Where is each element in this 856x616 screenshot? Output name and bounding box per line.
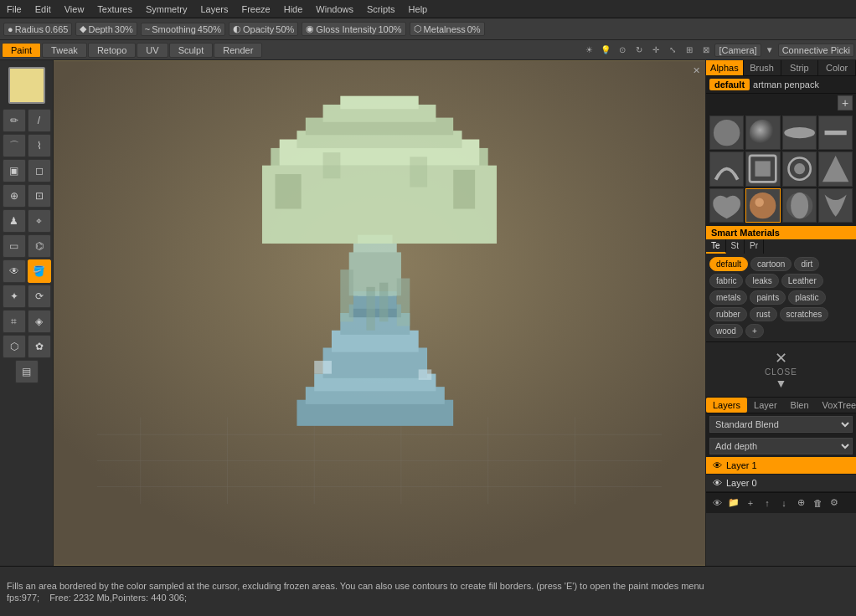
tab-color[interactable]: Color xyxy=(818,60,856,75)
menu-windows[interactable]: Windows xyxy=(309,3,360,16)
erase-tool[interactable]: ◻ xyxy=(28,159,51,182)
menu-file[interactable]: File xyxy=(0,3,28,16)
grid-icon[interactable]: ⊞ xyxy=(682,43,697,58)
gloss-control[interactable]: ◉ Gloss Intensity 100% xyxy=(302,22,405,36)
layers-tab-layers[interactable]: Layers xyxy=(706,398,747,413)
tab-sculpt[interactable]: Sculpt xyxy=(169,43,214,58)
color-pick-tool[interactable]: ⌗ xyxy=(3,310,26,333)
mat-tag-fabric[interactable]: fabric xyxy=(709,274,743,288)
camera-dropdown[interactable]: [Camera] xyxy=(714,44,761,57)
metalness-control[interactable]: ⬡ Metalness 0% xyxy=(410,22,485,36)
butterfly-tool[interactable]: ✿ xyxy=(28,335,51,358)
paint-bucket-tool[interactable]: 🪣 xyxy=(28,259,51,283)
eyedrop-tool[interactable]: ◈ xyxy=(28,310,51,333)
color-swatch[interactable] xyxy=(8,67,45,104)
mat-tag-metals[interactable]: metals xyxy=(709,290,747,305)
menu-help[interactable]: Help xyxy=(402,3,435,16)
layer-item-1[interactable]: 👁 Layer 1 xyxy=(706,457,856,475)
env-icon[interactable]: ⊙ xyxy=(615,43,630,58)
up-icon[interactable]: ↑ xyxy=(760,495,775,511)
layer-1-eye-icon[interactable]: 👁 xyxy=(711,459,723,471)
alpha-cell-4[interactable] xyxy=(818,116,853,150)
close-chevron-icon[interactable]: ▼ xyxy=(776,377,787,390)
blend-mode-select[interactable]: Standard Blend xyxy=(709,416,853,433)
curve-tool[interactable]: ⌬ xyxy=(28,234,51,258)
ruler-tool[interactable]: ▤ xyxy=(15,360,39,383)
warp-tool[interactable]: ⬡ xyxy=(3,335,26,358)
layer-0-eye-icon[interactable]: 👁 xyxy=(711,477,723,489)
depth-select[interactable]: Add depth xyxy=(709,438,853,454)
smoothing-value[interactable]: 450% xyxy=(198,24,221,34)
lasso-tool[interactable]: ⌖ xyxy=(28,209,51,233)
menu-symmetry[interactable]: Symmetry xyxy=(139,3,194,16)
menu-layers[interactable]: Layers xyxy=(193,3,235,16)
alpha-cell-1[interactable] xyxy=(709,116,744,150)
rotate-tool2[interactable]: ⟳ xyxy=(28,285,51,308)
eye-bottom-icon[interactable]: 👁 xyxy=(709,495,725,511)
layers-tab-blen[interactable]: Blen xyxy=(784,398,816,413)
canvas-close-btn[interactable]: ✕ xyxy=(693,65,700,76)
alpha-cell-12[interactable] xyxy=(818,188,853,223)
tab-tweak[interactable]: Tweak xyxy=(42,43,87,58)
down-icon[interactable]: ↓ xyxy=(776,495,792,511)
smoothing-control[interactable]: ~ Smoothing 450% xyxy=(141,23,225,36)
smart-mat-tab-pr[interactable]: Pr xyxy=(745,239,764,254)
settings-layer-icon[interactable]: ⚙ xyxy=(827,495,842,511)
layers-tab-voxtree[interactable]: VoxTree xyxy=(816,398,856,413)
mat-tag-scratches[interactable]: scratches xyxy=(780,307,829,321)
dropdown-arrow-icon[interactable]: ▼ xyxy=(762,43,777,58)
menu-hide[interactable]: Hide xyxy=(277,3,310,16)
mat-tag-cartoon[interactable]: cartoon xyxy=(750,257,792,271)
merge-icon[interactable]: ⊕ xyxy=(793,495,808,511)
fill-tool[interactable]: ▣ xyxy=(3,159,26,182)
person-tool[interactable]: ♟ xyxy=(3,209,26,233)
gloss-value[interactable]: 100% xyxy=(378,24,401,34)
close-x-icon[interactable]: ✕ xyxy=(775,349,787,367)
tab-retopo[interactable]: Retopo xyxy=(88,43,136,58)
smart-mat-tab-te[interactable]: Te xyxy=(706,239,726,254)
tab-strip[interactable]: Strip xyxy=(781,60,819,75)
folder-icon[interactable]: 📁 xyxy=(726,495,741,511)
smart-mat-tab-st[interactable]: St xyxy=(726,239,745,254)
alpha-cell-6[interactable] xyxy=(745,151,780,186)
close-label[interactable]: CLOSE xyxy=(765,367,797,377)
depth-control[interactable]: ◆ Depth 30% xyxy=(75,22,137,36)
eye-tool[interactable]: 👁 xyxy=(3,259,26,283)
alpha-cell-2[interactable] xyxy=(745,116,780,150)
clone-tool[interactable]: ⊕ xyxy=(3,184,26,208)
canvas-area[interactable]: ✕ xyxy=(54,60,705,566)
layers-tab-layer[interactable]: Layer xyxy=(747,398,784,413)
alpha-cell-8[interactable] xyxy=(818,151,853,186)
mat-tag-add[interactable]: + xyxy=(745,324,764,338)
mat-tag-rubber[interactable]: rubber xyxy=(709,307,747,321)
opacity-value[interactable]: 50% xyxy=(276,24,294,34)
transform-tool[interactable]: ✦ xyxy=(3,285,26,308)
default-badge[interactable]: default xyxy=(709,79,750,90)
add-alpha-button[interactable]: + xyxy=(838,95,853,110)
mat-tag-default[interactable]: default xyxy=(709,257,748,271)
mat-tag-leaks[interactable]: leaks xyxy=(745,274,778,288)
line-tool[interactable]: / xyxy=(28,109,51,132)
add-layer-icon[interactable]: + xyxy=(743,495,758,511)
snap-icon[interactable]: ⊠ xyxy=(699,43,714,58)
alpha-cell-5[interactable] xyxy=(709,151,744,186)
draw-tool[interactable]: ✏ xyxy=(3,109,26,132)
alpha-cell-7[interactable] xyxy=(782,151,817,186)
mat-tag-paints[interactable]: paints xyxy=(750,290,786,305)
radius-control[interactable]: ● Radius 0.665 xyxy=(3,23,72,36)
menu-scripts[interactable]: Scripts xyxy=(360,3,402,16)
radius-value[interactable]: 0.665 xyxy=(45,24,69,34)
mat-tag-plastic[interactable]: plastic xyxy=(788,290,825,305)
tab-brush[interactable]: Brush xyxy=(744,60,781,75)
bulb-icon[interactable]: 💡 xyxy=(598,43,613,58)
rect-tool[interactable]: ▭ xyxy=(3,234,26,258)
mat-tag-rust[interactable]: rust xyxy=(750,307,777,321)
mat-tag-wood[interactable]: wood xyxy=(709,324,743,338)
menu-view[interactable]: View xyxy=(58,3,91,16)
alpha-cell-3[interactable] xyxy=(782,116,817,150)
menu-freeze[interactable]: Freeze xyxy=(235,3,276,16)
brush-tool[interactable]: ⌒ xyxy=(3,134,26,157)
tab-alphas[interactable]: Alphas xyxy=(706,60,744,75)
rotate-icon[interactable]: ↻ xyxy=(632,43,647,58)
scale-icon[interactable]: ⤡ xyxy=(665,43,680,58)
